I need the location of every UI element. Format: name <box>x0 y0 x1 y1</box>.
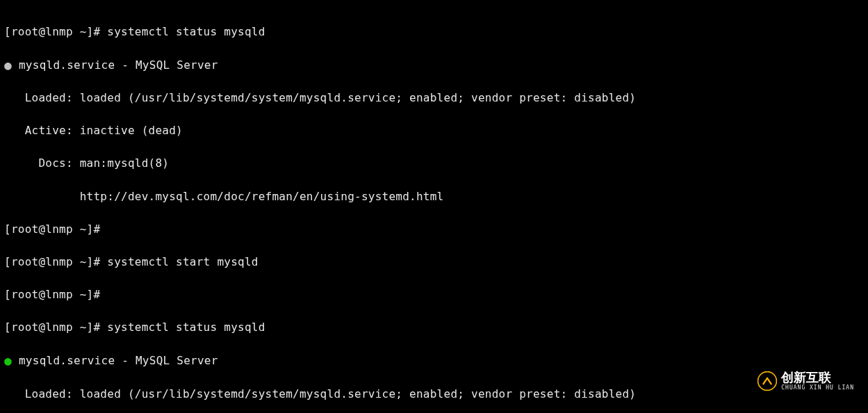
status-bullet-active-icon: ● <box>4 353 12 368</box>
watermark-sub: CHUANG XIN HU LIAN <box>781 385 854 391</box>
shell-line: [root@lnmp ~]# <box>4 286 864 303</box>
output-line: Docs: man:mysqld(8) <box>4 155 864 172</box>
output-line: Loaded: loaded (/usr/lib/systemd/system/… <box>4 90 864 106</box>
output-line: Active: inactive (dead) <box>4 122 864 139</box>
shell-line: [root@lnmp ~]# systemctl status mysqld <box>4 24 864 40</box>
shell-line: [root@lnmp ~]# systemctl start mysqld <box>4 254 864 270</box>
status-bullet-inactive-icon: ● <box>4 58 12 72</box>
watermark-brand: 创新互联 <box>781 371 854 384</box>
output-line: Loaded: loaded (/usr/lib/systemd/system/… <box>4 386 864 403</box>
logo-icon <box>758 371 777 391</box>
output-line: ● mysqld.service - MySQL Server <box>4 352 864 369</box>
output-line: http://dev.mysql.com/doc/refman/en/using… <box>4 188 864 205</box>
svg-point-0 <box>758 372 777 391</box>
output-line: ● mysqld.service - MySQL Server <box>4 56 864 74</box>
terminal[interactable]: [root@lnmp ~]# systemctl status mysqld ●… <box>0 0 868 413</box>
shell-line: [root@lnmp ~]# systemctl status mysqld <box>4 319 864 336</box>
shell-line: [root@lnmp ~]# <box>4 221 864 238</box>
watermark-logo: 创新互联 CHUANG XIN HU LIAN <box>758 371 854 391</box>
